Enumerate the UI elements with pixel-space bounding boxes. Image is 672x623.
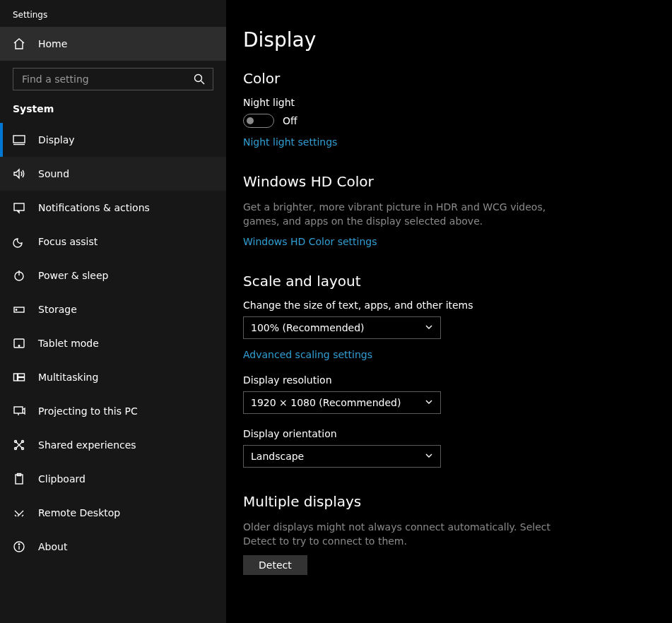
sidebar-item-display[interactable]: Display bbox=[0, 123, 226, 157]
chevron-down-icon bbox=[425, 322, 433, 333]
sidebar-item-power-sleep[interactable]: Power & sleep bbox=[0, 259, 226, 292]
about-icon bbox=[13, 540, 25, 553]
chevron-down-icon bbox=[425, 397, 433, 408]
orientation-group: Display orientation Landscape bbox=[243, 428, 672, 468]
sidebar-item-focus-assist[interactable]: Focus assist bbox=[0, 225, 226, 259]
sidebar-item-multitasking[interactable]: Multitasking bbox=[0, 360, 226, 394]
advanced-scaling-link[interactable]: Advanced scaling settings bbox=[243, 349, 672, 360]
focus-assist-icon bbox=[13, 235, 25, 248]
night-light-toggle-row: Off bbox=[243, 114, 672, 128]
multitasking-icon bbox=[13, 371, 25, 384]
multiple-displays-desc: Older displays might not always connect … bbox=[243, 520, 554, 549]
sidebar-section-title: System bbox=[0, 100, 226, 123]
display-icon bbox=[13, 134, 25, 146]
section-scale-layout: Scale and layout Change the size of text… bbox=[243, 273, 672, 468]
sidebar-item-clipboard[interactable]: Clipboard bbox=[0, 462, 226, 496]
nav-label: Display bbox=[38, 134, 75, 146]
sidebar-item-remote-desktop[interactable]: Remote Desktop bbox=[0, 496, 226, 530]
heading-hd-color: Windows HD Color bbox=[243, 173, 672, 190]
scale-size-group: Change the size of text, apps, and other… bbox=[243, 299, 672, 360]
chevron-down-icon bbox=[425, 451, 433, 462]
toggle-knob bbox=[247, 117, 254, 124]
orientation-value: Landscape bbox=[251, 451, 304, 462]
search-input[interactable] bbox=[20, 73, 190, 85]
scale-size-dropdown[interactable]: 100% (Recommended) bbox=[243, 316, 441, 339]
sidebar-item-projecting[interactable]: Projecting to this PC bbox=[0, 394, 226, 428]
search-box[interactable] bbox=[13, 68, 213, 90]
sidebar-home[interactable]: Home bbox=[0, 27, 226, 61]
svg-point-23 bbox=[18, 544, 20, 545]
hd-color-desc: Get a brighter, more vibrant picture in … bbox=[243, 200, 554, 229]
home-icon bbox=[13, 37, 25, 50]
nav-list: Display Sound Notifications & actions Fo… bbox=[0, 123, 226, 564]
storage-icon bbox=[13, 303, 25, 316]
resolution-value: 1920 × 1080 (Recommended) bbox=[251, 397, 401, 408]
night-light-state: Off bbox=[283, 115, 297, 126]
detect-button[interactable]: Detect bbox=[243, 555, 307, 575]
heading-color: Color bbox=[243, 70, 672, 87]
night-light-settings-link[interactable]: Night light settings bbox=[243, 136, 672, 148]
sidebar-item-tablet-mode[interactable]: Tablet mode bbox=[0, 326, 226, 360]
svg-rect-13 bbox=[18, 378, 25, 381]
search-icon bbox=[193, 73, 206, 85]
scale-size-label: Change the size of text, apps, and other… bbox=[243, 299, 672, 311]
resolution-group: Display resolution 1920 × 1080 (Recommen… bbox=[243, 374, 672, 414]
svg-point-0 bbox=[195, 75, 202, 82]
nav-label: Projecting to this PC bbox=[38, 405, 138, 417]
hd-color-link[interactable]: Windows HD Color settings bbox=[243, 236, 672, 247]
sidebar-item-storage[interactable]: Storage bbox=[0, 292, 226, 326]
night-light-label: Night light bbox=[243, 97, 672, 108]
scale-size-value: 100% (Recommended) bbox=[251, 322, 365, 333]
section-color: Color Night light Off Night light settin… bbox=[243, 70, 672, 148]
svg-rect-2 bbox=[13, 136, 25, 143]
svg-rect-4 bbox=[14, 203, 24, 210]
heading-scale-layout: Scale and layout bbox=[243, 273, 672, 290]
app-title: Settings bbox=[0, 0, 226, 27]
projecting-icon bbox=[13, 405, 25, 417]
sidebar-item-sound[interactable]: Sound bbox=[0, 157, 226, 191]
sound-icon bbox=[13, 167, 25, 180]
svg-point-10 bbox=[18, 345, 20, 347]
orientation-label: Display orientation bbox=[243, 428, 672, 439]
resolution-dropdown[interactable]: 1920 × 1080 (Recommended) bbox=[243, 391, 441, 414]
svg-point-8 bbox=[16, 309, 17, 311]
section-hd-color: Windows HD Color Get a brighter, more vi… bbox=[243, 173, 672, 247]
nav-label: Notifications & actions bbox=[38, 202, 150, 213]
nav-label: Clipboard bbox=[38, 473, 86, 485]
search-container bbox=[0, 61, 226, 100]
resolution-label: Display resolution bbox=[243, 374, 672, 386]
nav-label: Power & sleep bbox=[38, 270, 108, 281]
svg-line-1 bbox=[201, 81, 205, 85]
svg-rect-14 bbox=[14, 407, 23, 413]
tablet-icon bbox=[13, 337, 25, 350]
svg-rect-11 bbox=[14, 374, 18, 381]
notifications-icon bbox=[13, 201, 25, 214]
nav-label: About bbox=[38, 541, 67, 552]
sidebar-item-shared-experiences[interactable]: Shared experiences bbox=[0, 428, 226, 462]
svg-rect-12 bbox=[18, 374, 25, 377]
heading-multiple-displays: Multiple displays bbox=[243, 493, 672, 510]
nav-label: Tablet mode bbox=[38, 338, 99, 349]
home-label: Home bbox=[38, 38, 67, 49]
shared-experiences-icon bbox=[13, 439, 25, 451]
sidebar-item-about[interactable]: About bbox=[0, 530, 226, 564]
sidebar-item-notifications[interactable]: Notifications & actions bbox=[0, 191, 226, 225]
section-multiple-displays: Multiple displays Older displays might n… bbox=[243, 493, 672, 576]
orientation-dropdown[interactable]: Landscape bbox=[243, 445, 441, 468]
clipboard-icon bbox=[13, 473, 25, 485]
nav-label: Shared experiences bbox=[38, 439, 136, 451]
content-pane: Display Color Night light Off Night ligh… bbox=[226, 0, 672, 623]
nav-label: Storage bbox=[38, 304, 77, 315]
nav-label: Remote Desktop bbox=[38, 507, 120, 518]
nav-label: Sound bbox=[38, 168, 69, 179]
remote-desktop-icon bbox=[13, 506, 25, 519]
sidebar: Settings Home System Display Sound bbox=[0, 0, 226, 623]
power-icon bbox=[13, 269, 25, 282]
nav-label: Focus assist bbox=[38, 236, 98, 247]
page-title: Display bbox=[243, 28, 672, 52]
night-light-toggle[interactable] bbox=[243, 114, 274, 128]
nav-label: Multitasking bbox=[38, 372, 98, 383]
